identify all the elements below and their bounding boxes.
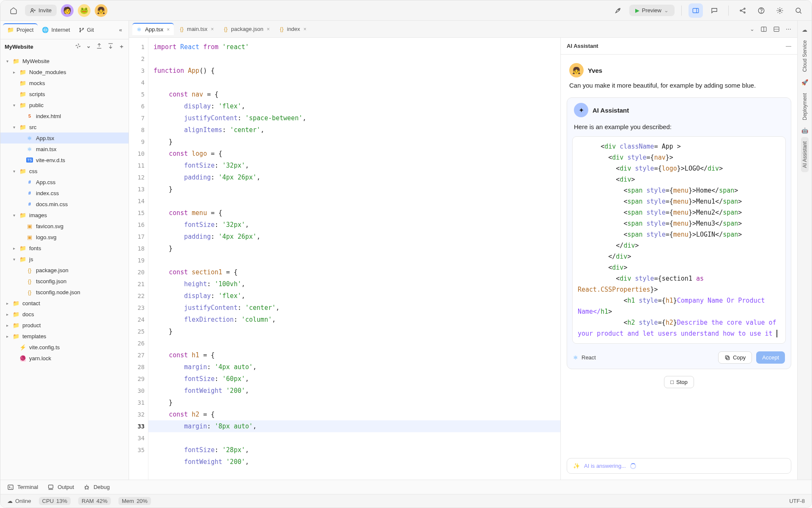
- close-icon[interactable]: ×: [304, 26, 307, 32]
- terminal-tab[interactable]: Terminal: [7, 484, 38, 491]
- filetype-icon: {}: [180, 26, 184, 32]
- ai-input-placeholder: AI is answering...: [584, 463, 626, 469]
- more-icon[interactable]: ⋯: [786, 26, 791, 33]
- minimize-icon[interactable]: —: [786, 43, 791, 49]
- output-icon: [47, 484, 54, 491]
- collapse-sidebar-icon[interactable]: «: [115, 25, 126, 36]
- editor-tab[interactable]: ⚛App.tsx×: [132, 23, 174, 35]
- tree-item[interactable]: ▸📁Node_modules: [0, 66, 129, 77]
- invite-button[interactable]: Invite: [25, 5, 57, 16]
- filetype-icon: ▣: [26, 223, 33, 229]
- editor-tab[interactable]: {}package.json×: [219, 23, 274, 35]
- encoding[interactable]: UTF-8: [789, 498, 805, 504]
- tree-item[interactable]: ▸📁contact: [0, 298, 129, 309]
- tree-item[interactable]: {}tsconfig.node.json: [0, 287, 129, 298]
- rocket-icon[interactable]: [611, 3, 625, 18]
- tree-item[interactable]: ▸📁fonts: [0, 243, 129, 254]
- tree-item[interactable]: ▣favicon.svg: [0, 221, 129, 232]
- tree-item[interactable]: #App.css: [0, 177, 129, 188]
- copy-button[interactable]: Copy: [718, 351, 752, 364]
- tree-item[interactable]: ▣logo.svg: [0, 232, 129, 243]
- tree-item[interactable]: 📁scripts: [0, 88, 129, 99]
- home-icon[interactable]: [6, 3, 21, 18]
- tree-item[interactable]: ⚛main.tsx: [0, 144, 129, 155]
- tree-item[interactable]: ▾📁js: [0, 254, 129, 265]
- tree-item[interactable]: #docs.min.css: [0, 199, 129, 210]
- split-vertical-icon[interactable]: [760, 26, 767, 33]
- tree-item[interactable]: ▾📁css: [0, 166, 129, 177]
- ram-status: RAM 42%: [78, 497, 111, 505]
- tree-item[interactable]: ▸📁product: [0, 320, 129, 331]
- file-tree: ▾📁MyWebsite▸📁Node_modules📁mocks📁scripts▾…: [0, 54, 129, 480]
- debug-tab[interactable]: Debug: [83, 484, 110, 491]
- tree-item[interactable]: ▾📁images: [0, 210, 129, 221]
- gear-icon[interactable]: [773, 3, 787, 18]
- tree-item-label: main.tsx: [36, 146, 56, 152]
- filetype-icon: ▣: [26, 234, 33, 240]
- tab-project[interactable]: 📁 Project: [3, 23, 38, 36]
- filetype-icon: 📁: [12, 300, 20, 306]
- deploy-icon[interactable]: 🚀: [800, 78, 809, 87]
- chevron-icon: ▾: [5, 59, 10, 64]
- avatar[interactable]: 🧑: [61, 4, 74, 17]
- tree-item[interactable]: ▾📁public: [0, 99, 129, 110]
- preview-button[interactable]: ▶ Preview ⌄: [629, 5, 675, 16]
- editor-tab[interactable]: {}index×: [276, 23, 311, 35]
- search-icon[interactable]: [791, 3, 806, 18]
- mem-status: Mem 20%: [118, 497, 151, 505]
- tree-item[interactable]: ▾📁MyWebsite: [0, 55, 129, 66]
- assistant-icon[interactable]: 🤖: [800, 126, 809, 135]
- ai-input[interactable]: ✨ AI is answering...: [567, 458, 791, 474]
- tree-item[interactable]: TSvite-env.d.ts: [0, 155, 129, 166]
- tree-item[interactable]: ⚛App.tsx: [0, 133, 129, 144]
- locate-icon[interactable]: [75, 43, 81, 50]
- tree-item[interactable]: 🧶yarn.lock: [0, 353, 129, 364]
- tree-item[interactable]: ▸📁templates: [0, 331, 129, 342]
- code-editor[interactable]: import React from 'react' function App()…: [148, 38, 560, 480]
- editor-tab[interactable]: {}main.tsx×: [176, 23, 218, 35]
- output-tab[interactable]: Output: [47, 484, 74, 491]
- ai-panel-title: AI Assistant: [567, 43, 598, 49]
- tab-git[interactable]: Git: [74, 24, 99, 36]
- tree-item[interactable]: ⚡vite.config.ts: [0, 342, 129, 353]
- rail-tab-deploy[interactable]: Deployment: [801, 89, 809, 124]
- rail-tab-cloud[interactable]: Cloud Service: [801, 36, 809, 76]
- loading-spinner-icon: [630, 463, 636, 469]
- tree-item[interactable]: #index.css: [0, 188, 129, 199]
- sidebar-header: MyWebsite ⌄ ＋: [0, 39, 129, 54]
- rail-tab-assistant[interactable]: AI Assistant: [801, 137, 809, 172]
- close-icon[interactable]: ×: [167, 27, 170, 33]
- tree-item[interactable]: ▸📁docs: [0, 309, 129, 320]
- chat-icon[interactable]: [707, 3, 721, 18]
- sidebar-tabs: 📁 Project 🌐 Internet Git «: [0, 21, 129, 39]
- filetype-icon: 📁: [19, 80, 27, 86]
- filetype-icon: 📁: [12, 58, 20, 64]
- tree-item[interactable]: 📁mocks: [0, 77, 129, 88]
- close-icon[interactable]: ×: [267, 26, 270, 32]
- upload-icon[interactable]: [96, 43, 102, 50]
- status-bar: ☁ Online CPU 13% RAM 42% Mem 20% UTF-8: [0, 494, 812, 508]
- download-icon[interactable]: [107, 43, 114, 50]
- plus-icon[interactable]: ＋: [119, 43, 124, 50]
- tree-item[interactable]: {}tsconfig.json: [0, 276, 129, 287]
- tree-item[interactable]: {}package.json: [0, 265, 129, 276]
- stop-button[interactable]: □ Stop: [664, 376, 694, 388]
- cloud-icon[interactable]: ☁: [800, 25, 809, 34]
- close-icon[interactable]: ×: [211, 26, 214, 32]
- ai-panel-toggle-icon[interactable]: [689, 3, 703, 18]
- chevron-down-icon[interactable]: ⌄: [750, 26, 754, 33]
- tree-item-label: vite-env.d.ts: [36, 157, 65, 163]
- avatar[interactable]: 👧: [95, 4, 107, 17]
- ai-avatar-icon: ✦: [574, 103, 588, 117]
- avatar[interactable]: 🐸: [78, 4, 91, 17]
- share-icon[interactable]: [735, 3, 750, 18]
- tab-internet[interactable]: 🌐 Internet: [38, 24, 74, 36]
- tree-item[interactable]: 5index.html: [0, 110, 129, 121]
- chevron-down-icon[interactable]: ⌄: [86, 43, 91, 50]
- editor-area: ⚛App.tsx×{}main.tsx×{}package.json×{}ind…: [129, 21, 797, 480]
- tree-item[interactable]: ▾📁src: [0, 121, 129, 133]
- help-icon[interactable]: [754, 3, 768, 18]
- accept-button[interactable]: Accept: [756, 351, 785, 364]
- split-horizontal-icon[interactable]: [773, 26, 780, 33]
- stop-icon: □: [670, 379, 674, 385]
